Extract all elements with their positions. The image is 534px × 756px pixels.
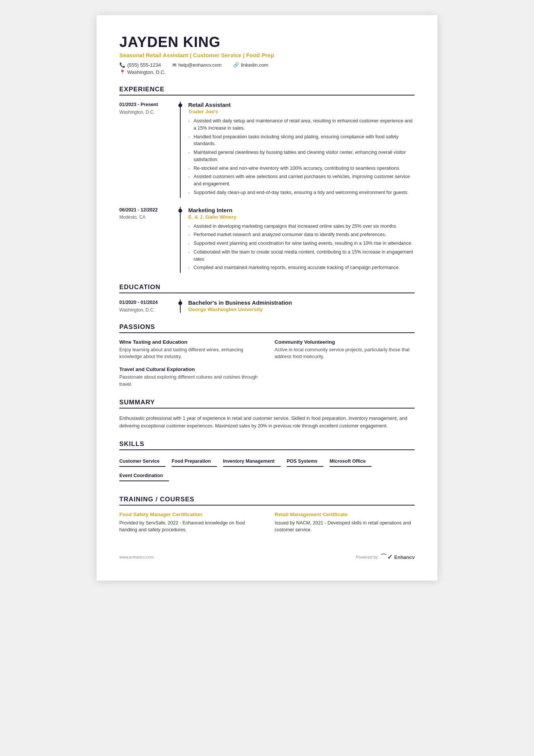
experience-section: EXPERIENCE 01/2023 - Present Washington,… bbox=[119, 86, 415, 273]
experience-heading: EXPERIENCE bbox=[119, 86, 415, 95]
passion-desc-2: Active in local community service projec… bbox=[275, 346, 415, 361]
edu-left-1: 01/2020 - 01/2024 Washington, D.C. bbox=[119, 299, 172, 313]
education-section: EDUCATION 01/2020 - 01/2024 Washington, … bbox=[119, 283, 415, 313]
edu-degree-1: Bachelor's in Business Administration bbox=[188, 299, 415, 306]
linkedin-item: 🔗 linkedin.com bbox=[233, 62, 268, 68]
training-grid: Food Safety Manager Certification Provid… bbox=[119, 512, 415, 534]
education-heading: EDUCATION bbox=[119, 283, 415, 293]
linkedin-url: linkedin.com bbox=[241, 62, 268, 68]
passions-grid: Wine Tasting and Education Enjoy learnin… bbox=[119, 339, 415, 388]
contact-row-2: 📍 Washington, D.C. bbox=[119, 69, 415, 75]
exp-date-2: 06/2021 - 12/2022 bbox=[119, 207, 172, 214]
exp-bullets-1: Assisted with daily setup and maintenanc… bbox=[188, 117, 415, 196]
passions-heading: PASSIONS bbox=[119, 323, 415, 333]
passion-title-3: Travel and Cultural Exploration bbox=[119, 366, 259, 372]
passion-title-2: Community Volunteering bbox=[275, 339, 415, 345]
skills-container: Customer Service Food Preparation Invent… bbox=[119, 456, 415, 485]
training-item-1: Food Safety Manager Certification Provid… bbox=[119, 512, 259, 534]
footer: www.enhancv.com Powered by ⌒✓ Enhancv bbox=[119, 553, 415, 562]
skills-section: SKILLS Customer Service Food Preparation… bbox=[119, 440, 415, 485]
phone-item: 📞 (555) 555-1234 bbox=[119, 62, 161, 68]
bullet: Supported event planning and coordinatio… bbox=[188, 240, 415, 247]
bullet: Assisted with daily setup and maintenanc… bbox=[188, 117, 415, 132]
passion-item-2: Community Volunteering Active in local c… bbox=[275, 339, 415, 361]
bullet: Maintained general cleanliness by bussin… bbox=[188, 149, 415, 163]
location-item: 📍 Washington, D.C. bbox=[119, 69, 166, 75]
training-desc-2: Issued by NACM, 2021 - Developed skills … bbox=[275, 520, 415, 534]
training-title-1: Food Safety Manager Certification bbox=[119, 512, 259, 517]
passion-desc-1: Enjoy learning about and tasting differe… bbox=[119, 346, 259, 361]
email-item: ✉ help@enhancv.com bbox=[172, 62, 222, 68]
experience-item-1: 01/2023 - Present Washington, D.C. Retai… bbox=[119, 102, 415, 198]
exp-right-1: Retail Assistant Trader Joe's Assisted w… bbox=[180, 102, 415, 198]
passions-section: PASSIONS Wine Tasting and Education Enjo… bbox=[119, 323, 415, 388]
skill-tag-1: Customer Service bbox=[119, 456, 166, 467]
summary-heading: SUMMARY bbox=[119, 399, 415, 409]
brand-name: Enhancv bbox=[394, 554, 415, 560]
exp-left-2: 06/2021 - 12/2022 Modesto, CA bbox=[119, 207, 172, 273]
exp-company-1: Trader Joe's bbox=[188, 109, 415, 114]
edu-date-1: 01/2020 - 01/2024 bbox=[119, 299, 172, 306]
passion-desc-3: Passionate about exploring different cul… bbox=[119, 374, 259, 388]
exp-date-1: 01/2023 - Present bbox=[119, 102, 172, 108]
email-icon: ✉ bbox=[172, 62, 176, 68]
exp-bullets-2: Assisted in developing marketing campaig… bbox=[188, 223, 415, 272]
email-address: help@enhancv.com bbox=[178, 62, 222, 68]
candidate-title: Seasonal Retail Assistant | Customer Ser… bbox=[119, 52, 415, 58]
training-item-2: Retail Management Certificate Issued by … bbox=[275, 512, 415, 534]
experience-item-2: 06/2021 - 12/2022 Modesto, CA Marketing … bbox=[119, 207, 415, 273]
summary-text: Enthusiastic professional with 1 year of… bbox=[119, 415, 415, 430]
exp-company-2: E. & J. Gallo Winery bbox=[188, 214, 415, 220]
edu-right-1: Bachelor's in Business Administration Ge… bbox=[180, 299, 415, 313]
bullet: Handled food preparation tasks including… bbox=[188, 133, 415, 148]
powered-by-text: Powered by bbox=[356, 555, 378, 559]
bullet: Performed market research and analyzed c… bbox=[188, 231, 415, 238]
enhancv-logo: ⌒✓ Enhancv bbox=[380, 553, 415, 562]
training-section: TRAINING / COURSES Food Safety Manager C… bbox=[119, 496, 415, 534]
contact-row-1: 📞 (555) 555-1234 ✉ help@enhancv.com 🔗 li… bbox=[119, 62, 415, 68]
location-icon: 📍 bbox=[119, 69, 125, 75]
phone-number: (555) 555-1234 bbox=[127, 62, 161, 68]
exp-location-1: Washington, D.C. bbox=[119, 110, 172, 115]
skill-tag-5: Microsoft Office bbox=[329, 456, 372, 467]
passion-item-1: Wine Tasting and Education Enjoy learnin… bbox=[119, 339, 259, 361]
exp-left-1: 01/2023 - Present Washington, D.C. bbox=[119, 102, 172, 198]
education-item-1: 01/2020 - 01/2024 Washington, D.C. Bache… bbox=[119, 299, 415, 313]
location-text: Washington, D.C. bbox=[127, 69, 166, 75]
exp-title-1: Retail Assistant bbox=[188, 102, 415, 108]
training-heading: TRAINING / COURSES bbox=[119, 496, 415, 506]
exp-title-2: Marketing Intern bbox=[188, 207, 415, 213]
bullet: Compiled and maintained marketing report… bbox=[188, 264, 415, 271]
bullet: Assisted in developing marketing campaig… bbox=[188, 223, 415, 230]
exp-right-2: Marketing Intern E. & J. Gallo Winery As… bbox=[180, 207, 415, 273]
bullet: Supported daily clean-up and end-of-day … bbox=[188, 189, 415, 196]
bullet: Collaborated with the team to create soc… bbox=[188, 249, 415, 263]
passion-title-1: Wine Tasting and Education bbox=[119, 339, 259, 345]
training-desc-1: Provided by ServSafe, 2022 - Enhanced kn… bbox=[119, 520, 259, 534]
resume-container: JAYDEN KING Seasonal Retail Assistant | … bbox=[97, 15, 437, 581]
skill-tag-2: Food Preparation bbox=[172, 456, 217, 467]
training-title-2: Retail Management Certificate bbox=[275, 512, 415, 517]
footer-website: www.enhancv.com bbox=[119, 555, 154, 559]
edu-school-1: George Washington University bbox=[188, 307, 415, 312]
bullet: Re-stocked wine and non-wine inventory w… bbox=[188, 165, 415, 172]
bullet: Assisted customers with wine selections … bbox=[188, 173, 415, 188]
summary-section: SUMMARY Enthusiastic professional with 1… bbox=[119, 399, 415, 430]
skills-heading: SKILLS bbox=[119, 440, 415, 450]
candidate-name: JAYDEN KING bbox=[119, 34, 415, 50]
header: JAYDEN KING Seasonal Retail Assistant | … bbox=[119, 34, 415, 75]
linkedin-icon: 🔗 bbox=[233, 62, 239, 68]
enhancv-logo-icon: ⌒✓ bbox=[380, 553, 393, 562]
exp-location-2: Modesto, CA bbox=[119, 214, 172, 220]
skill-tag-3: Inventory Management bbox=[223, 456, 281, 467]
phone-icon: 📞 bbox=[119, 62, 125, 68]
skill-tag-4: POS Systems bbox=[287, 456, 323, 467]
footer-brand: Powered by ⌒✓ Enhancv bbox=[356, 553, 415, 562]
edu-location-1: Washington, D.C. bbox=[119, 307, 172, 313]
passion-item-3: Travel and Cultural Exploration Passiona… bbox=[119, 366, 259, 388]
skill-tag-6: Event Coordination bbox=[119, 471, 169, 481]
